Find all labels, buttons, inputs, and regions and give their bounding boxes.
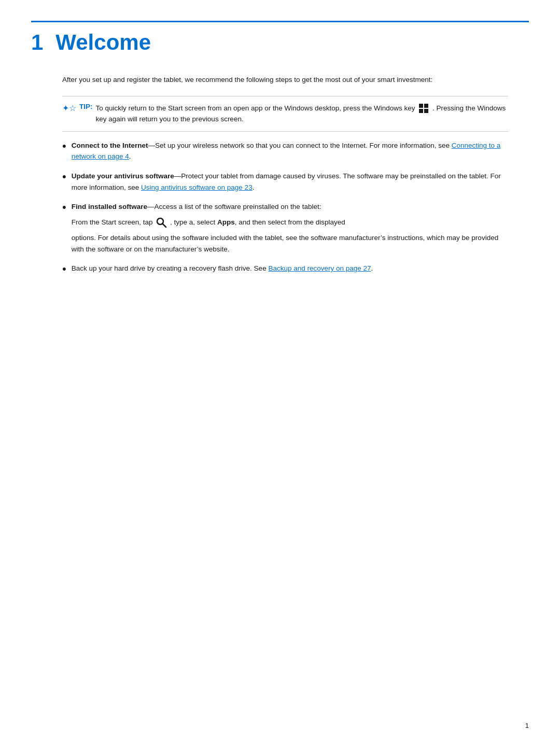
bullet-content-find-software: Find installed software—Access a list of… xyxy=(72,201,508,255)
connect-after: . xyxy=(129,152,131,160)
search-then-text: , and then select from the displayed xyxy=(235,218,345,226)
svg-line-5 xyxy=(163,224,166,228)
search-mid-text: , type xyxy=(170,218,187,226)
list-item: • Connect to the Internet—Set up your wi… xyxy=(62,140,508,162)
chapter-title-row: 1 Welcome xyxy=(31,32,529,53)
antivirus-bold-term: Update your antivirus software xyxy=(72,172,174,180)
bullet-dot: • xyxy=(62,140,66,152)
chapter-title: Welcome xyxy=(55,32,151,53)
bullet-list: • Connect to the Internet—Set up your wi… xyxy=(62,140,508,275)
tip-label: TIP: xyxy=(79,103,93,110)
svg-rect-0 xyxy=(419,104,423,108)
connect-emdash: — xyxy=(148,142,155,149)
svg-rect-2 xyxy=(419,109,423,113)
tip-text-before: To quickly return to the Start screen fr… xyxy=(96,104,415,112)
antivirus-emdash: — xyxy=(174,172,181,180)
find-software-emdash: — xyxy=(147,203,155,210)
backup-link[interactable]: Backup and recovery on page 27 xyxy=(268,264,371,272)
antivirus-after: . xyxy=(253,184,255,191)
apps-label: Apps xyxy=(217,218,235,226)
tip-sun-icon: ✦☆ xyxy=(62,103,76,113)
find-software-bold-term: Find installed software xyxy=(72,203,147,210)
search-instruction-line: From the Start screen, tap , type a, sel… xyxy=(72,217,508,228)
page-header: 1 Welcome xyxy=(31,21,529,53)
search-select-text: , select xyxy=(193,218,215,226)
bullet-content-backup: Back up your hard drive by creating a re… xyxy=(72,263,508,274)
tip-content: To quickly return to the Start screen fr… xyxy=(96,103,509,125)
connect-text: Set up your wireless network so that you… xyxy=(155,142,452,149)
bullet-dot: • xyxy=(62,171,66,182)
page-number: 1 xyxy=(525,722,529,729)
find-software-text: Access a list of the software preinstall… xyxy=(154,203,321,210)
tip-box: ✦☆ TIP: To quickly return to the Start s… xyxy=(62,96,508,132)
search-icon xyxy=(156,217,167,228)
svg-rect-1 xyxy=(424,104,428,108)
list-item: • Find installed software—Access a list … xyxy=(62,201,508,255)
backup-after: . xyxy=(371,264,373,272)
bullet-dot: • xyxy=(62,263,66,275)
backup-text: Back up your hard drive by creating a re… xyxy=(72,264,269,272)
list-item: • Update your antivirus software—Protect… xyxy=(62,171,508,193)
bullet-dot: • xyxy=(62,202,66,213)
search-instruction-text: From the Start screen, tap xyxy=(72,218,153,226)
windows-key-icon xyxy=(418,103,429,114)
svg-rect-3 xyxy=(424,109,428,113)
chapter-number: 1 xyxy=(31,32,43,53)
bullet-content-antivirus: Update your antivirus software—Protect y… xyxy=(72,171,508,193)
list-item: • Back up your hard drive by creating a … xyxy=(62,263,508,275)
bullet-content-connect: Connect to the Internet—Set up your wire… xyxy=(72,140,508,162)
find-software-options-text: options. For details about using the sof… xyxy=(72,232,508,255)
content-area: ✦☆ TIP: To quickly return to the Start s… xyxy=(62,96,508,275)
intro-text: After you set up and register the tablet… xyxy=(62,74,498,86)
antivirus-link[interactable]: Using antivirus software on page 23 xyxy=(141,184,253,191)
connect-bold-term: Connect to the Internet xyxy=(72,142,148,149)
